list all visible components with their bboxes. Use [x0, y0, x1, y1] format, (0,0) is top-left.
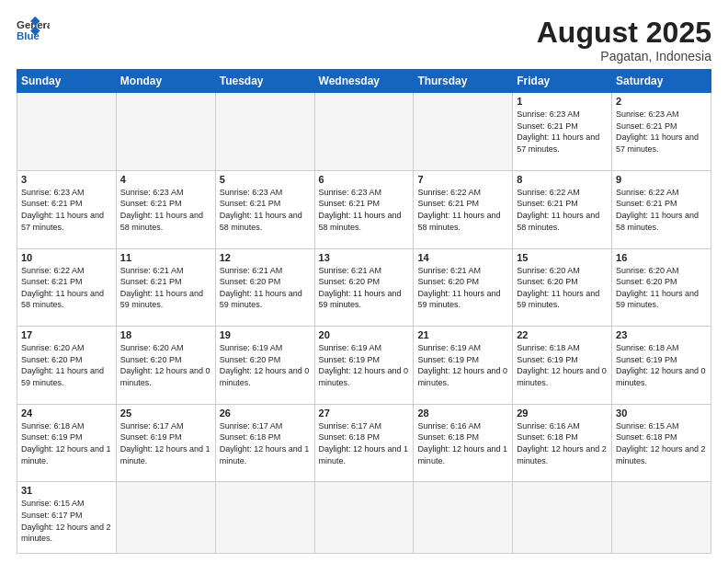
day-info: Sunrise: 6:17 AM Sunset: 6:18 PM Dayligh… [220, 420, 311, 466]
day-info: Sunrise: 6:23 AM Sunset: 6:21 PM Dayligh… [319, 187, 410, 233]
day-number: 1 [517, 96, 608, 107]
calendar-cell [116, 482, 215, 554]
calendar-cell: 6Sunrise: 6:23 AM Sunset: 6:21 PM Daylig… [314, 170, 414, 248]
calendar-cell: 17Sunrise: 6:20 AM Sunset: 6:20 PM Dayli… [17, 327, 117, 405]
logo-icon: General Blue [17, 17, 50, 42]
day-number: 6 [319, 174, 410, 185]
calendar-row-0: 1Sunrise: 6:23 AM Sunset: 6:21 PM Daylig… [17, 93, 711, 171]
day-number: 27 [319, 408, 410, 419]
calendar-cell: 14Sunrise: 6:21 AM Sunset: 6:20 PM Dayli… [414, 248, 513, 327]
calendar-cell: 1Sunrise: 6:23 AM Sunset: 6:21 PM Daylig… [513, 93, 612, 171]
calendar-cell: 28Sunrise: 6:16 AM Sunset: 6:18 PM Dayli… [414, 404, 513, 482]
calendar-cell: 20Sunrise: 6:19 AM Sunset: 6:19 PM Dayli… [314, 327, 414, 405]
day-info: Sunrise: 6:20 AM Sunset: 6:20 PM Dayligh… [21, 342, 112, 388]
day-number: 30 [616, 408, 707, 419]
calendar-cell: 21Sunrise: 6:19 AM Sunset: 6:19 PM Dayli… [414, 327, 513, 405]
calendar-cell: 10Sunrise: 6:22 AM Sunset: 6:21 PM Dayli… [17, 248, 117, 327]
calendar-cell: 7Sunrise: 6:22 AM Sunset: 6:21 PM Daylig… [414, 170, 513, 248]
calendar-cell [215, 482, 314, 554]
day-number: 16 [616, 252, 707, 263]
weekday-header-sunday: Sunday [17, 70, 117, 93]
calendar-cell: 22Sunrise: 6:18 AM Sunset: 6:19 PM Dayli… [513, 327, 612, 405]
day-number: 17 [21, 329, 112, 340]
day-number: 7 [417, 174, 508, 185]
subtitle: Pagatan, Indonesia [537, 49, 711, 63]
calendar-cell: 11Sunrise: 6:21 AM Sunset: 6:21 PM Dayli… [116, 248, 215, 327]
weekday-header-tuesday: Tuesday [215, 70, 314, 93]
calendar-cell: 25Sunrise: 6:17 AM Sunset: 6:19 PM Dayli… [116, 404, 215, 482]
calendar-cell: 23Sunrise: 6:18 AM Sunset: 6:19 PM Dayli… [612, 327, 711, 405]
calendar-cell: 13Sunrise: 6:21 AM Sunset: 6:20 PM Dayli… [314, 248, 414, 327]
day-info: Sunrise: 6:15 AM Sunset: 6:18 PM Dayligh… [616, 420, 707, 466]
calendar-cell [414, 482, 513, 554]
weekday-header-wednesday: Wednesday [314, 70, 414, 93]
day-number: 18 [120, 329, 211, 340]
calendar-row-5: 31Sunrise: 6:15 AM Sunset: 6:17 PM Dayli… [17, 482, 711, 554]
day-number: 31 [21, 485, 112, 496]
calendar-cell: 24Sunrise: 6:18 AM Sunset: 6:19 PM Dayli… [17, 404, 117, 482]
day-number: 26 [220, 408, 311, 419]
calendar-cell: 3Sunrise: 6:23 AM Sunset: 6:21 PM Daylig… [17, 170, 117, 248]
day-number: 12 [220, 252, 311, 263]
day-number: 22 [517, 329, 608, 340]
weekday-header-friday: Friday [513, 70, 612, 93]
calendar-cell: 5Sunrise: 6:23 AM Sunset: 6:21 PM Daylig… [215, 170, 314, 248]
day-info: Sunrise: 6:23 AM Sunset: 6:21 PM Dayligh… [616, 109, 707, 155]
day-info: Sunrise: 6:17 AM Sunset: 6:19 PM Dayligh… [120, 420, 211, 466]
calendar-cell: 9Sunrise: 6:22 AM Sunset: 6:21 PM Daylig… [612, 170, 711, 248]
day-info: Sunrise: 6:22 AM Sunset: 6:21 PM Dayligh… [517, 187, 608, 233]
day-number: 23 [616, 329, 707, 340]
calendar-cell: 29Sunrise: 6:16 AM Sunset: 6:18 PM Dayli… [513, 404, 612, 482]
day-number: 2 [616, 96, 707, 107]
day-info: Sunrise: 6:16 AM Sunset: 6:18 PM Dayligh… [517, 420, 608, 466]
day-info: Sunrise: 6:19 AM Sunset: 6:19 PM Dayligh… [319, 342, 410, 388]
calendar-cell [612, 482, 711, 554]
calendar-cell [314, 93, 414, 171]
calendar-cell: 4Sunrise: 6:23 AM Sunset: 6:21 PM Daylig… [116, 170, 215, 248]
day-number: 19 [220, 329, 311, 340]
day-info: Sunrise: 6:20 AM Sunset: 6:20 PM Dayligh… [616, 265, 707, 311]
calendar-cell: 15Sunrise: 6:20 AM Sunset: 6:20 PM Dayli… [513, 248, 612, 327]
day-info: Sunrise: 6:20 AM Sunset: 6:20 PM Dayligh… [517, 265, 608, 311]
day-info: Sunrise: 6:19 AM Sunset: 6:20 PM Dayligh… [220, 342, 311, 388]
day-number: 5 [220, 174, 311, 185]
day-number: 14 [417, 252, 508, 263]
day-number: 4 [120, 174, 211, 185]
weekday-header-row: SundayMondayTuesdayWednesdayThursdayFrid… [17, 70, 711, 93]
calendar-cell: 30Sunrise: 6:15 AM Sunset: 6:18 PM Dayli… [612, 404, 711, 482]
page: General Blue August 2025 Pagatan, Indone… [0, 0, 728, 563]
day-number: 20 [319, 329, 410, 340]
day-info: Sunrise: 6:18 AM Sunset: 6:19 PM Dayligh… [616, 342, 707, 388]
day-info: Sunrise: 6:22 AM Sunset: 6:21 PM Dayligh… [616, 187, 707, 233]
calendar-cell: 18Sunrise: 6:20 AM Sunset: 6:20 PM Dayli… [116, 327, 215, 405]
day-info: Sunrise: 6:21 AM Sunset: 6:20 PM Dayligh… [319, 265, 410, 311]
calendar-cell: 19Sunrise: 6:19 AM Sunset: 6:20 PM Dayli… [215, 327, 314, 405]
calendar-cell [215, 93, 314, 171]
day-info: Sunrise: 6:23 AM Sunset: 6:21 PM Dayligh… [21, 187, 112, 233]
title-block: August 2025 Pagatan, Indonesia [537, 17, 711, 63]
day-info: Sunrise: 6:21 AM Sunset: 6:20 PM Dayligh… [220, 265, 311, 311]
day-number: 28 [417, 408, 508, 419]
day-number: 9 [616, 174, 707, 185]
day-number: 3 [21, 174, 112, 185]
calendar-cell: 2Sunrise: 6:23 AM Sunset: 6:21 PM Daylig… [612, 93, 711, 171]
day-info: Sunrise: 6:15 AM Sunset: 6:17 PM Dayligh… [21, 498, 112, 544]
weekday-header-thursday: Thursday [414, 70, 513, 93]
calendar-table: SundayMondayTuesdayWednesdayThursdayFrid… [17, 69, 711, 554]
day-number: 13 [319, 252, 410, 263]
day-info: Sunrise: 6:19 AM Sunset: 6:19 PM Dayligh… [417, 342, 508, 388]
calendar-cell [17, 93, 117, 171]
calendar-cell [314, 482, 414, 554]
day-number: 10 [21, 252, 112, 263]
calendar-cell [414, 93, 513, 171]
logo: General Blue [17, 17, 50, 42]
day-info: Sunrise: 6:18 AM Sunset: 6:19 PM Dayligh… [517, 342, 608, 388]
day-info: Sunrise: 6:17 AM Sunset: 6:18 PM Dayligh… [319, 420, 410, 466]
day-info: Sunrise: 6:21 AM Sunset: 6:21 PM Dayligh… [120, 265, 211, 311]
calendar-cell: 26Sunrise: 6:17 AM Sunset: 6:18 PM Dayli… [215, 404, 314, 482]
calendar-row-1: 3Sunrise: 6:23 AM Sunset: 6:21 PM Daylig… [17, 170, 711, 248]
day-number: 25 [120, 408, 211, 419]
weekday-header-monday: Monday [116, 70, 215, 93]
calendar-cell: 12Sunrise: 6:21 AM Sunset: 6:20 PM Dayli… [215, 248, 314, 327]
day-info: Sunrise: 6:16 AM Sunset: 6:18 PM Dayligh… [417, 420, 508, 466]
